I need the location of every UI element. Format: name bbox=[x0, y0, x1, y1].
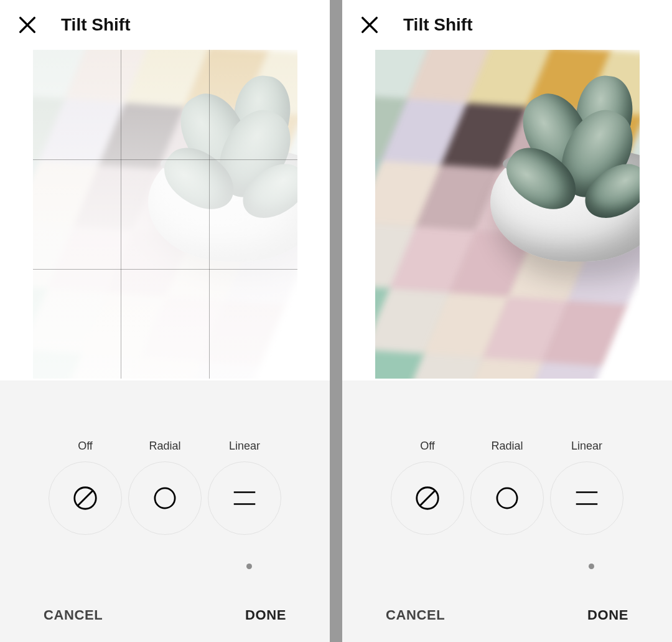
circle-icon bbox=[151, 484, 179, 512]
pane-divider bbox=[330, 0, 342, 642]
option-label-linear: Linear bbox=[229, 440, 260, 453]
linear-icon bbox=[572, 484, 601, 512]
tilt-shift-overlay bbox=[33, 50, 297, 379]
page-indicator-dot bbox=[246, 564, 252, 569]
option-label-radial: Radial bbox=[149, 440, 180, 453]
option-label-radial: Radial bbox=[491, 440, 523, 453]
option-radial-button[interactable] bbox=[470, 461, 544, 535]
svg-point-7 bbox=[497, 488, 517, 508]
slash-circle-icon bbox=[71, 484, 100, 512]
option-label-off: Off bbox=[420, 440, 435, 453]
option-off-button[interactable] bbox=[391, 461, 464, 535]
svg-point-2 bbox=[155, 488, 175, 508]
svg-line-1 bbox=[78, 491, 93, 506]
cancel-button[interactable]: CANCEL bbox=[44, 607, 103, 623]
circle-icon bbox=[493, 484, 521, 512]
done-button[interactable]: DONE bbox=[587, 607, 628, 623]
photo-preview[interactable] bbox=[33, 50, 297, 379]
option-label-linear: Linear bbox=[571, 440, 602, 453]
close-button[interactable] bbox=[12, 10, 42, 40]
svg-line-6 bbox=[421, 491, 435, 506]
done-button[interactable]: DONE bbox=[245, 607, 286, 623]
option-label-off: Off bbox=[78, 440, 93, 453]
image-area bbox=[0, 50, 330, 380]
header: Tilt Shift bbox=[0, 0, 330, 50]
page-indicator-dot bbox=[589, 564, 594, 569]
header: Tilt Shift bbox=[342, 0, 672, 50]
pane-left: Tilt Shift bbox=[0, 0, 330, 642]
pane-right: Tilt Shift bbox=[342, 0, 672, 642]
option-linear-button[interactable] bbox=[550, 461, 623, 535]
close-icon bbox=[359, 14, 380, 35]
close-button[interactable] bbox=[355, 10, 385, 40]
linear-icon bbox=[230, 484, 259, 512]
photo-preview[interactable] bbox=[375, 50, 640, 379]
controls: Off Radial Linear bbox=[342, 380, 672, 642]
option-linear-button[interactable] bbox=[208, 461, 281, 535]
close-icon bbox=[17, 14, 38, 35]
cancel-button[interactable]: CANCEL bbox=[386, 607, 445, 623]
option-radial-button[interactable] bbox=[128, 461, 202, 535]
controls: Off Radial Linear bbox=[0, 380, 330, 642]
page-title: Tilt Shift bbox=[61, 15, 130, 35]
option-off-button[interactable] bbox=[49, 461, 122, 535]
page-title: Tilt Shift bbox=[403, 15, 472, 35]
image-area bbox=[342, 50, 672, 380]
slash-circle-icon bbox=[413, 484, 442, 512]
